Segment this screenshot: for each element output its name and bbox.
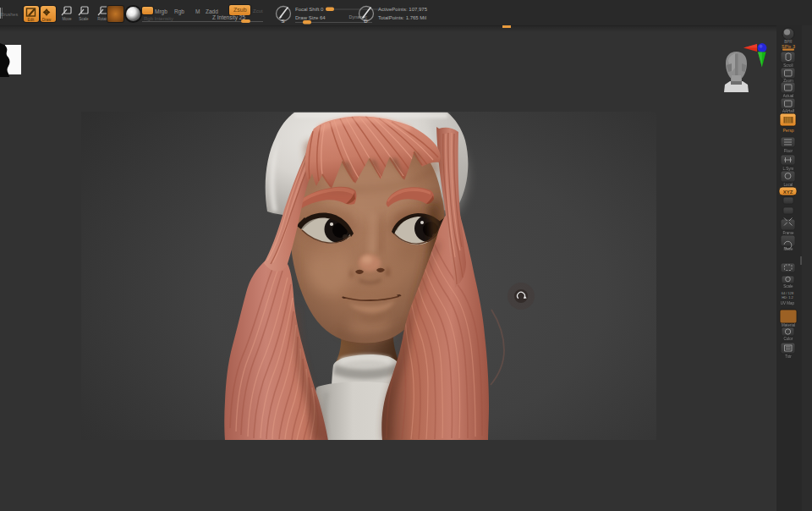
svg-text:UV Map: UV Map [781, 301, 795, 305]
svg-text:ActivePoints: 107,975: ActivePoints: 107,975 [378, 7, 428, 12]
svg-text:Zoom: Zoom [783, 79, 793, 83]
svg-text:HD: 1.2: HD: 1.2 [782, 295, 793, 299]
svg-text:Move: Move [783, 247, 793, 251]
svg-text:Actual: Actual [783, 94, 794, 98]
svg-text:XYZ: XYZ [783, 190, 793, 195]
svg-text:Draw Size 64: Draw Size 64 [295, 15, 326, 20]
svg-text:D: D [364, 19, 368, 24]
svg-text:Persp: Persp [782, 128, 793, 133]
svg-text:Focal Shift 0: Focal Shift 0 [295, 7, 324, 12]
svg-text:BPR: BPR [784, 40, 793, 44]
svg-text:AAHalf: AAHalf [782, 109, 795, 113]
svg-text:Move: Move [62, 17, 72, 21]
svg-text:Material: Material [782, 323, 795, 327]
svg-text:Frame: Frame [782, 231, 793, 235]
svg-text:Local: Local [784, 183, 793, 187]
svg-text:Scale: Scale [783, 284, 793, 288]
svg-text:S: S [281, 19, 284, 24]
svg-text:TotalPoints: 1.765 Mil: TotalPoints: 1.765 Mil [378, 15, 426, 20]
svg-text:Scale: Scale [79, 17, 89, 21]
svg-text:L.Sym: L.Sym [783, 167, 794, 171]
svg-text:Scroll: Scroll [783, 63, 793, 68]
svg-text:Txtr: Txtr [785, 354, 792, 359]
svg-text:Edit: Edit [28, 18, 36, 22]
svg-text:SPix 3: SPix 3 [782, 44, 795, 49]
svg-text:Color: Color [784, 337, 793, 341]
svg-text:Floor: Floor [784, 149, 793, 153]
svg-text:Draw: Draw [42, 18, 52, 22]
